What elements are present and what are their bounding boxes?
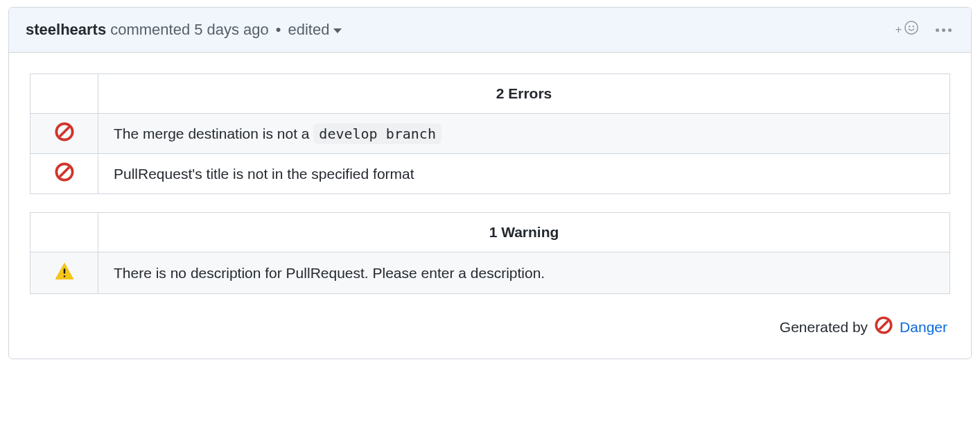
smiley-icon [904, 20, 919, 40]
edited-label: edited [288, 21, 329, 39]
warning-message: There is no description for PullRequest.… [98, 252, 950, 294]
errors-table: 2 Errors The merge destination is not a … [30, 74, 950, 194]
error-text-before: The merge destination is not a [114, 126, 313, 141]
bullet-separator: • [273, 21, 284, 39]
svg-point-2 [913, 26, 913, 27]
generated-by-footer: Generated by Danger [30, 312, 950, 345]
inline-code: develop branch [313, 123, 441, 144]
table-row: The merge destination is not a develop b… [30, 114, 950, 154]
svg-point-0 [905, 21, 918, 34]
no-entry-icon [55, 128, 74, 144]
svg-line-10 [880, 321, 889, 330]
errors-heading: 2 Errors [98, 74, 950, 114]
generated-by-label: Generated by [780, 319, 868, 336]
error-text-before: PullRequest's title is not in the specif… [114, 166, 414, 182]
warnings-table: 1 Warning There is no description for Pu… [30, 212, 950, 294]
comment-action: commented [110, 21, 190, 39]
plus-icon: + [895, 24, 902, 35]
svg-rect-8 [63, 275, 65, 277]
table-row: PullRequest's title is not in the specif… [30, 154, 950, 194]
comment-container: steelhearts commented 5 days ago • edite… [8, 7, 972, 359]
comment-body: 2 Errors The merge destination is not a … [9, 53, 971, 359]
warning-icon [54, 268, 75, 284]
table-row: There is no description for PullRequest.… [30, 252, 950, 294]
kebab-menu-button[interactable] [933, 26, 954, 35]
danger-link[interactable]: Danger [900, 319, 947, 336]
comment-header-right: + [895, 20, 954, 40]
no-entry-icon [55, 169, 74, 184]
comment-header-left: steelhearts commented 5 days ago • edite… [26, 21, 342, 39]
author-link[interactable]: steelhearts [26, 21, 106, 39]
svg-rect-7 [63, 268, 65, 274]
error-message: The merge destination is not a develop b… [98, 114, 950, 154]
add-reaction-button[interactable]: + [895, 20, 919, 40]
svg-point-1 [909, 26, 910, 27]
edited-dropdown[interactable]: edited [288, 21, 342, 39]
warnings-heading: 1 Warning [98, 213, 950, 252]
error-message: PullRequest's title is not in the specif… [98, 154, 950, 194]
comment-header: steelhearts commented 5 days ago • edite… [9, 8, 971, 53]
svg-line-4 [60, 127, 69, 137]
relative-time-link[interactable]: 5 days ago [194, 21, 269, 39]
svg-line-6 [60, 167, 69, 177]
caret-down-icon [333, 28, 342, 33]
errors-icon-header [30, 74, 98, 114]
warnings-icon-header [30, 213, 98, 252]
no-entry-icon [875, 316, 893, 338]
